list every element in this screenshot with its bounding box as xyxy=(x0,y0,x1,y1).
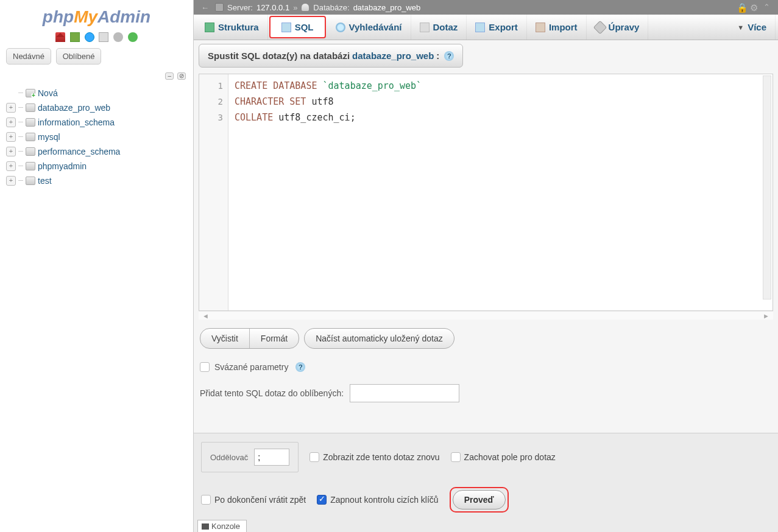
tab-more[interactable]: ▼Více xyxy=(729,15,776,40)
main-tabs: Struktura SQL Vyhledávání Dotaz Export I… xyxy=(194,15,778,40)
docs-icon[interactable] xyxy=(99,32,108,42)
expand-icon[interactable]: + xyxy=(6,176,16,186)
code-area[interactable]: CREATE DATABASE `databaze_pro_web` CHARA… xyxy=(228,74,773,310)
tab-import[interactable]: Import xyxy=(527,15,587,40)
tab-export[interactable]: Export xyxy=(467,15,527,40)
editor-buttons: Vyčistit Formát Načíst automaticky ulože… xyxy=(199,320,773,357)
database-label: Databáze: xyxy=(313,3,349,12)
delimiter-label: Oddělovač xyxy=(210,453,248,462)
tab-sql[interactable]: SQL xyxy=(269,16,326,38)
collapse-all-icon[interactable]: – xyxy=(165,72,174,80)
breadcrumb: ← Server: 127.0.0.1 » Databáze: databaze… xyxy=(194,0,778,15)
expand-icon[interactable]: + xyxy=(6,161,16,171)
bookmark-input[interactable] xyxy=(350,384,459,402)
expand-icon[interactable]: + xyxy=(6,147,16,156)
retain-box-checkbox[interactable] xyxy=(451,452,461,462)
panel-db-name[interactable]: databaze_pro_web xyxy=(352,51,434,61)
delimiter-input[interactable] xyxy=(254,449,289,466)
tab-query[interactable]: Dotaz xyxy=(411,15,467,40)
database-icon xyxy=(26,118,35,127)
panel-heading: Spustit SQL dotaz(y) na databázi databaz… xyxy=(199,44,463,68)
database-icon xyxy=(26,177,35,185)
server-link[interactable]: 127.0.0.1 xyxy=(256,3,289,12)
export-icon xyxy=(475,23,485,32)
recent-favorite-tabs: Nedávné Oblíbené xyxy=(0,47,193,71)
horizontal-scrollbar[interactable]: ◄► xyxy=(199,311,773,320)
format-button[interactable]: Formát xyxy=(249,329,299,348)
database-icon xyxy=(26,162,35,170)
tab-operations[interactable]: Úpravy xyxy=(587,15,649,40)
fk-check-option[interactable]: Zapnout kontrolu cizích klíčů xyxy=(317,495,438,505)
clear-button[interactable]: Vyčistit xyxy=(200,329,249,348)
page-settings-icon[interactable]: ⚙ xyxy=(750,2,760,12)
sidebar: phpMyAdmin Nedávné Oblíbené – ⊘ Nová + d… xyxy=(0,0,194,532)
content-area: Spustit SQL dotaz(y) na databázi databaz… xyxy=(194,40,778,433)
vertical-scrollbar[interactable] xyxy=(763,75,771,299)
expand-icon[interactable]: + xyxy=(6,103,16,113)
retain-query-box-option[interactable]: Zachovat pole pro dotaz xyxy=(451,452,556,462)
main-panel: ← Server: 127.0.0.1 » Databáze: databaze… xyxy=(194,0,778,532)
server-label: Server: xyxy=(227,3,253,12)
rollback-checkbox[interactable] xyxy=(201,495,211,505)
database-icon xyxy=(26,147,35,156)
help-icon[interactable]: ? xyxy=(295,362,305,372)
expand-icon[interactable]: + xyxy=(6,117,16,127)
tree-db-mysql[interactable]: + mysql xyxy=(5,130,188,144)
settings-icon[interactable] xyxy=(113,32,123,42)
footer-bar: Oddělovač Zobrazit zde tento dotaz znovu… xyxy=(194,433,778,532)
phpmyadmin-logo[interactable]: phpMyAdmin xyxy=(0,0,193,29)
bind-params-label: Svázané parametry xyxy=(214,362,288,372)
tree-collapse-controls: – ⊘ xyxy=(0,71,193,83)
console-icon xyxy=(202,523,209,530)
line-gutter: 1 2 3 xyxy=(199,74,228,310)
bookmark-label: Přidat tento SQL dotaz do oblíbených: xyxy=(200,388,344,398)
tree-db-information_schema[interactable]: + information_schema xyxy=(5,115,188,130)
reload-icon[interactable] xyxy=(128,32,138,42)
bookmark-row: Přidat tento SQL dotaz do oblíbených: xyxy=(199,377,773,410)
show-again-checkbox[interactable] xyxy=(309,452,319,462)
link-icon[interactable]: ⊘ xyxy=(177,72,186,80)
database-icon xyxy=(26,133,35,141)
new-db-icon xyxy=(26,89,35,97)
query-window-icon[interactable] xyxy=(85,32,94,42)
database-icon xyxy=(301,3,309,12)
import-icon xyxy=(536,23,545,32)
bind-params-checkbox[interactable] xyxy=(200,362,210,372)
console-tab[interactable]: Konzole xyxy=(197,520,247,532)
tab-structure[interactable]: Struktura xyxy=(196,15,268,40)
back-icon[interactable]: ← xyxy=(199,3,211,12)
sql-icon xyxy=(281,23,291,32)
favorite-button[interactable]: Oblíbené xyxy=(56,48,102,65)
lock-icon[interactable]: 🔒 xyxy=(737,2,746,12)
home-icon[interactable] xyxy=(55,32,65,42)
tree-db-phpmyadmin[interactable]: + phpmyadmin xyxy=(5,159,188,173)
collapse-top-icon[interactable]: ⌃ xyxy=(763,2,773,12)
rollback-option[interactable]: Po dokončení vrátit zpět xyxy=(201,495,306,505)
tree-new-database[interactable]: Nová xyxy=(5,86,188,100)
tree-db-performance_schema[interactable]: + performance_schema xyxy=(5,144,188,159)
query-icon xyxy=(420,23,430,32)
database-link[interactable]: databaze_pro_web xyxy=(353,3,421,12)
expand-icon[interactable]: + xyxy=(6,132,16,142)
show-query-again-option[interactable]: Zobrazit zde tento dotaz znovu xyxy=(309,452,439,462)
tree-db-databaze_pro_web[interactable]: + databaze_pro_web xyxy=(5,100,188,115)
logout-icon[interactable] xyxy=(70,32,80,42)
structure-icon xyxy=(205,23,214,32)
go-button[interactable]: Proveď xyxy=(453,490,506,509)
database-icon xyxy=(26,103,35,112)
bind-params-row: Svázané parametry ? xyxy=(199,357,773,377)
operations-icon xyxy=(593,20,607,34)
autosaved-button[interactable]: Načíst automaticky uložený dotaz xyxy=(304,328,454,349)
sidebar-quick-icons xyxy=(0,29,193,47)
fk-check-checkbox[interactable] xyxy=(317,495,327,505)
tree-db-test[interactable]: + test xyxy=(5,173,188,188)
breadcrumb-separator: » xyxy=(293,3,297,12)
help-icon[interactable]: ? xyxy=(444,51,454,61)
sql-editor[interactable]: 1 2 3 CREATE DATABASE `databaze_pro_web`… xyxy=(199,74,773,311)
server-icon xyxy=(215,3,224,12)
chevron-down-icon: ▼ xyxy=(737,24,744,31)
recent-button[interactable]: Nedávné xyxy=(6,48,51,65)
search-icon xyxy=(336,23,345,32)
go-button-highlight: Proveď xyxy=(450,487,509,513)
tab-search[interactable]: Vyhledávání xyxy=(327,15,411,40)
